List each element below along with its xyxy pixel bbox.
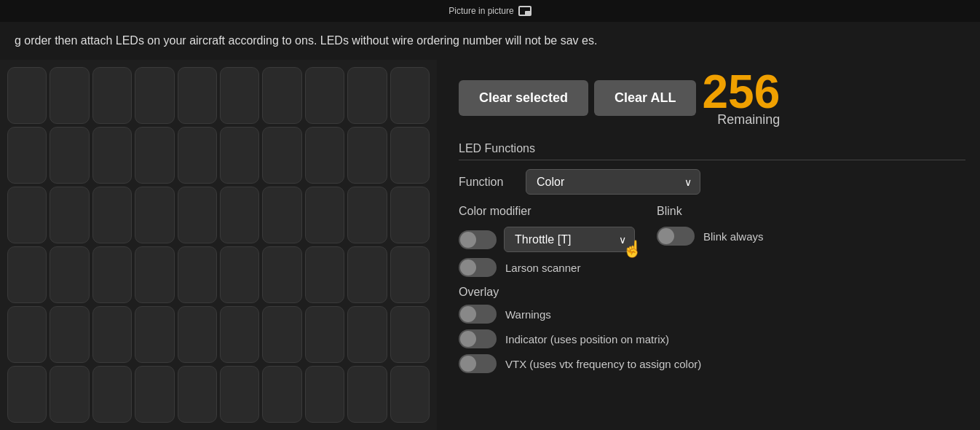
blink-always-toggle[interactable] <box>657 227 695 246</box>
overlay-title: Overlay <box>459 286 965 299</box>
overlay-warnings-row: Warnings <box>459 305 965 324</box>
led-cell[interactable] <box>305 366 344 423</box>
led-cell[interactable] <box>135 187 174 243</box>
led-cell[interactable] <box>50 306 89 363</box>
led-cell[interactable] <box>178 306 217 363</box>
throttle-select-wrapper[interactable]: Throttle [T] RSSI Battery Altitude <box>504 227 635 252</box>
led-cell[interactable] <box>220 306 259 363</box>
led-cell[interactable] <box>92 366 132 423</box>
clear-all-button[interactable]: Clear ALL <box>594 80 696 116</box>
pip-icon <box>518 6 532 16</box>
blink-title: Blink <box>657 205 764 218</box>
blink-always-label: Blink always <box>703 230 764 243</box>
larson-label: Larson scanner <box>505 262 580 274</box>
led-cell[interactable] <box>7 127 47 184</box>
led-cell[interactable] <box>347 67 387 124</box>
modifier-blink-row: Color modifier Throttle [T] RSSI Battery… <box>459 205 965 277</box>
led-cell[interactable] <box>50 67 89 124</box>
led-cell[interactable] <box>92 306 132 363</box>
larson-toggle-knob <box>460 259 476 275</box>
led-cell[interactable] <box>262 366 301 423</box>
modifier-section: Color modifier Throttle [T] RSSI Battery… <box>459 205 635 277</box>
led-cell[interactable] <box>220 246 259 303</box>
led-cell[interactable] <box>178 246 217 303</box>
led-cell[interactable] <box>390 366 430 423</box>
color-modifier-title: Color modifier <box>459 205 635 218</box>
indicator-toggle[interactable] <box>459 329 497 348</box>
led-cell[interactable] <box>262 127 301 184</box>
led-cell[interactable] <box>347 187 387 243</box>
led-cell[interactable] <box>7 246 47 303</box>
led-cell[interactable] <box>390 67 430 124</box>
led-cell[interactable] <box>220 187 259 243</box>
larson-toggle[interactable] <box>459 258 497 277</box>
blink-always-row: Blink always <box>657 227 764 246</box>
led-cell[interactable] <box>135 306 174 363</box>
led-cell[interactable] <box>390 306 430 363</box>
led-cell[interactable] <box>305 306 344 363</box>
led-cell[interactable] <box>262 67 301 124</box>
led-cell[interactable] <box>390 187 430 243</box>
led-cell[interactable] <box>178 187 217 243</box>
warnings-knob <box>460 306 476 322</box>
led-cell[interactable] <box>135 127 174 184</box>
led-cell[interactable] <box>305 127 344 184</box>
led-cell[interactable] <box>92 187 132 243</box>
pip-label: Picture in picture <box>448 6 531 16</box>
led-cell[interactable] <box>220 366 259 423</box>
led-cell[interactable] <box>50 127 89 184</box>
clear-selected-button[interactable]: Clear selected <box>459 80 588 116</box>
led-cell[interactable] <box>262 187 301 243</box>
led-cell[interactable] <box>220 127 259 184</box>
blink-section: Blink Blink always <box>657 205 764 246</box>
throttle-toggle[interactable] <box>459 230 497 249</box>
led-cell[interactable] <box>390 127 430 184</box>
throttle-select[interactable]: Throttle [T] RSSI Battery Altitude <box>504 227 635 252</box>
led-cell[interactable] <box>50 366 89 423</box>
led-cell[interactable] <box>7 67 47 124</box>
led-cell[interactable] <box>92 127 132 184</box>
led-cell[interactable] <box>347 366 387 423</box>
led-cell[interactable] <box>50 187 89 243</box>
indicator-label: Indicator (uses position on matrix) <box>505 333 669 345</box>
buttons-row: Clear selected Clear ALL 256 Remaining <box>459 69 965 128</box>
led-cell[interactable] <box>50 246 89 303</box>
led-cell[interactable] <box>92 246 132 303</box>
led-cell[interactable] <box>178 67 217 124</box>
led-cell[interactable] <box>7 306 47 363</box>
function-select[interactable]: Color Warning Blink Off <box>526 169 700 195</box>
warnings-toggle[interactable] <box>459 305 497 324</box>
throttle-toggle-knob <box>460 232 476 248</box>
warnings-label: Warnings <box>505 308 551 321</box>
overlay-section: Overlay Warnings Indicator (uses positio… <box>459 286 965 373</box>
led-grid[interactable] <box>0 60 437 430</box>
led-cell[interactable] <box>135 366 174 423</box>
vtx-label: VTX (uses vtx frequency to assign color) <box>505 358 701 370</box>
led-cell[interactable] <box>92 67 132 124</box>
led-cell[interactable] <box>262 306 301 363</box>
led-cell[interactable] <box>347 246 387 303</box>
led-cell[interactable] <box>305 246 344 303</box>
indicator-knob <box>460 331 476 347</box>
led-cell[interactable] <box>7 366 47 423</box>
led-cell[interactable] <box>390 246 430 303</box>
led-cell[interactable] <box>7 187 47 243</box>
led-cell[interactable] <box>262 246 301 303</box>
led-cell[interactable] <box>135 246 174 303</box>
led-cell[interactable] <box>347 306 387 363</box>
blink-always-knob <box>658 228 674 244</box>
led-cell[interactable] <box>305 187 344 243</box>
led-cell[interactable] <box>220 67 259 124</box>
led-cell[interactable] <box>305 67 344 124</box>
led-cell[interactable] <box>178 366 217 423</box>
throttle-row: Throttle [T] RSSI Battery Altitude ☝ <box>459 227 635 252</box>
larson-row: Larson scanner <box>459 258 635 277</box>
pip-text: Picture in picture <box>448 6 513 16</box>
remaining-counter-wrap: 256 Remaining <box>702 69 780 128</box>
led-cell[interactable] <box>178 127 217 184</box>
overlay-vtx-row: VTX (uses vtx frequency to assign color) <box>459 354 965 373</box>
led-cell[interactable] <box>347 127 387 184</box>
led-cell[interactable] <box>135 67 174 124</box>
vtx-toggle[interactable] <box>459 354 497 373</box>
function-select-wrapper[interactable]: Color Warning Blink Off <box>526 169 700 195</box>
